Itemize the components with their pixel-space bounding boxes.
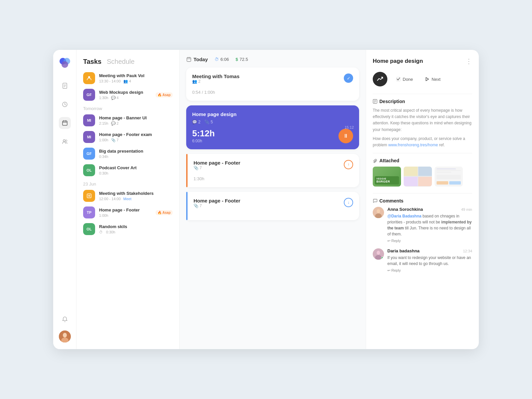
middle-header: Today ⏱ 6:06 $ 72.5 [186,57,359,62]
svg-point-35 [377,251,380,255]
card-status-down-icon: ↓ [344,198,353,207]
middle-panel: Today ⏱ 6:06 $ 72.5 Meeting with Tomas 👥… [180,50,366,349]
comment-item-anna: Anna Sorochkina 49 min @Daria Badashna b… [373,207,472,243]
task-info-footer-exam: Home page - Footer exam 1:00h 📎 7 [99,132,173,142]
more-options-icon[interactable]: ⋮ [466,57,472,65]
svg-point-19 [88,76,90,78]
sidebar-item-users[interactable] [59,136,71,148]
comments-list: Anna Sorochkina 49 min @Daria Badashna b… [373,207,472,273]
pause-button[interactable]: ⏸ [338,129,353,143]
comment-name-anna: Anna Sorochkina [387,207,423,212]
task-icon-web-mockups: GF [83,89,95,101]
description-link[interactable]: www.frenshoreng.tres/home [388,143,438,147]
notification-bell-icon[interactable] [59,313,71,325]
right-panel: Home page design ⋮ Done Next Description… [366,50,479,349]
task-name-big-data: Big data presentation [99,149,173,154]
attachment-thumb-1[interactable]: VEGGIE BIIRGER [373,167,401,187]
task-name-stakeholders: Meeting with Stakeholders [99,191,173,196]
card-time-footer-orange: 1:30h [194,176,353,181]
attachment-thumb-3[interactable] [435,167,463,187]
card-time-meeting-tomas: 0:54 / 1:00h [192,90,353,95]
task-name-podcast: Podcast Cover Art [99,165,173,170]
task-meta-banner-ui: 2:15h 💬 2 [99,121,173,126]
svg-rect-21 [187,58,191,62]
task-meta-random-skills: ⏱0:30h [99,230,173,234]
task-name-banner-ui: Home page - Banner UI [99,115,173,120]
card-title-footer-orange: Home page - Footer [194,160,240,166]
reply-button-anna[interactable]: ↩ Reply [387,239,472,243]
card-title-homepage-active: Home page design [192,111,236,117]
comment-text-anna: @Daria Badashna based on chnages in prio… [387,213,472,237]
task-info-stakeholders: Meeting with Stakeholders 12:00 - 14:00 … [99,191,173,201]
task-info-podcast: Podcast Cover Art 0:30h [99,165,173,175]
svg-rect-10 [63,121,67,125]
next-button[interactable]: Next [422,75,444,84]
task-item-stakeholders[interactable]: Meeting with Stakeholders 12:00 - 14:00 … [83,190,173,202]
task-item-homepage-footer-tp[interactable]: TP Home page - Footer 1:00h 🔥 Asap [83,206,173,218]
card-homepage-design-active[interactable]: 15:12 Home page design 💬 2 📎 5 5:12h 6:0… [186,105,359,149]
task-meta-meeting-pauk: 13:30 - 14:00 👥 4 [99,79,173,83]
card-footer-blue[interactable]: Home page - Footer 📎 7 ↓ [188,192,359,220]
task-meta-homepage-footer-tp: 1:00h [99,213,152,217]
sidebar-item-file[interactable] [59,80,71,92]
today-text: Today [194,57,208,62]
timer-row: 5:12h 6:00h ⏸ [192,128,353,143]
task-name-footer-exam: Home page - Footer exam [99,132,173,137]
card-footer-orange[interactable]: Home page - Footer 📎 7 ↑ 1:30h [188,154,359,187]
comment-avatar-daria [373,248,384,260]
schedule-tab[interactable]: Schedule [107,58,134,66]
task-meta-web-mockups: 1:30h 💬 4 [99,96,152,100]
task-icon-podcast: OL [83,164,95,176]
task-item-podcast[interactable]: OL Podcast Cover Art 0:30h [83,164,173,176]
card-meta-homepage-active: 💬 2 📎 5 [192,120,353,124]
task-item-footer-exam[interactable]: MI Home page - Footer exam 1:00h 📎 7 [83,131,173,143]
attachment-thumb-2[interactable] [404,167,432,187]
comment-header-anna: Anna Sorochkina 49 min [387,207,472,212]
attached-row: VEGGIE BIIRGER [373,167,472,187]
task-icon-footer-exam: MI [83,131,95,143]
svg-point-2 [62,61,68,68]
task-item-web-mockups[interactable]: GF Web Mockups design 1:30h 💬 4 🔥 Asap [83,89,173,101]
card-meta-footer-blue: 📎 7 [194,203,240,208]
task-icon-big-data: GF [83,148,95,160]
sidebar-item-clock[interactable] [59,98,71,110]
done-button[interactable]: Done [393,75,416,84]
task-info-meeting-pauk: Meeting with Pauk Vol 13:30 - 14:00 👥 4 [99,73,173,83]
card-meeting-tomas[interactable]: Meeting with Tomas 👥 2 ✓ 0:54 / 1:00h [186,67,359,101]
reply-button-daria[interactable]: ↩ Reply [387,268,472,273]
task-item-big-data[interactable]: GF Big data presentation 0:34h [83,148,173,160]
task-name-meeting-pauk: Meeting with Pauk Vol [99,73,173,78]
description-section-title: Description [373,99,472,104]
task-info-banner-ui: Home page - Banner UI 2:15h 💬 2 [99,115,173,126]
user-avatar[interactable] [59,331,71,342]
card-title-meeting-tomas: Meeting with Tomas [192,73,239,79]
task-meta-footer-exam: 1:00h 📎 7 [99,138,173,142]
task-info-random-skills: Random skils ⏱0:30h [99,224,173,234]
task-icon-homepage-footer-tp: TP [83,206,95,218]
svg-point-32 [377,209,380,213]
timer-display: 5:12h [192,128,215,139]
right-header: Home page design ⋮ [373,57,472,65]
card-wrapper-footer-orange: Home page - Footer 📎 7 ↑ 1:30h [186,154,359,187]
task-icon-stakeholders [83,190,95,202]
task-meta-stakeholders: 12:00 - 14:00 Meet [99,197,173,201]
task-info-web-mockups: Web Mockups design 1:30h 💬 4 [99,90,152,100]
meet-link[interactable]: Meet [123,197,131,201]
task-meta-big-data: 0:34h [99,155,173,159]
card-title-footer-blue: Home page - Footer [194,198,240,203]
svg-point-14 [63,140,65,142]
comment-body-anna: Anna Sorochkina 49 min @Daria Badashna b… [387,207,472,243]
task-item-banner-ui[interactable]: MI Home page - Banner UI 2:15h 💬 2 [83,114,173,126]
description-text-2: How does your company, product, or servi… [373,136,472,148]
sidebar-item-calendar[interactable] [59,117,71,129]
comment-avatar-anna [373,207,384,218]
right-panel-title: Home page design [373,58,423,65]
sidebar [53,50,76,349]
task-item-meeting-pauk[interactable]: Meeting with Pauk Vol 13:30 - 14:00 👥 4 [83,72,173,84]
svg-point-17 [63,333,67,337]
task-item-random-skills[interactable]: OL Random skils ⏱0:30h [83,223,173,235]
card-wrapper-footer-blue: Home page - Footer 📎 7 ↓ [186,192,359,220]
asap-badge-footer-tp: 🔥 Asap [156,210,173,215]
card-check-icon: ✓ [344,73,353,83]
svg-line-9 [65,104,66,105]
